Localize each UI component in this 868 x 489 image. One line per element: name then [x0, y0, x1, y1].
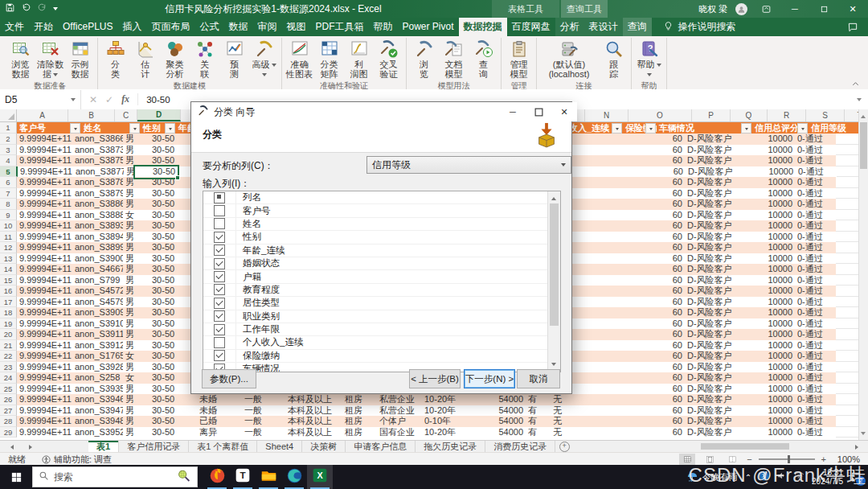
vertical-scrollbar-thumb[interactable]: [860, 122, 867, 169]
row-header-2[interactable]: 2: [0, 134, 17, 145]
ribbon-tab-数据挖掘[interactable]: 数据挖掘: [459, 18, 507, 36]
volume-icon[interactable]: [776, 470, 787, 484]
cell-N7[interactable]: 60: [637, 188, 685, 199]
zoom-in-icon[interactable]: +: [821, 454, 826, 464]
cell-P8[interactable]: 10000: [752, 199, 795, 210]
column-header-N[interactable]: N: [585, 109, 628, 121]
ribbon-button-预测[interactable]: 预测: [219, 38, 249, 79]
cell-R7[interactable]: [836, 188, 858, 199]
cell-E28[interactable]: 已婚: [197, 416, 242, 427]
cell-Q8[interactable]: 0-通过: [795, 199, 836, 210]
cell-B13[interactable]: anon_S3900: [72, 253, 123, 265]
cell-Q4[interactable]: 0-通过: [795, 155, 836, 166]
checkbox-icon[interactable]: [214, 244, 225, 256]
horizontal-scrollbar[interactable]: [699, 441, 836, 453]
cell-O16[interactable]: D-风险客户: [685, 286, 752, 297]
cell-N25[interactable]: 60: [637, 384, 685, 395]
cell-P24[interactable]: 10000: [752, 372, 795, 384]
list-header-row[interactable]: 列名: [203, 191, 560, 204]
cell-C11[interactable]: 男: [123, 232, 149, 243]
cell-O8[interactable]: D-风险客户: [685, 199, 752, 210]
filter-dropdown-icon[interactable]: [165, 123, 175, 134]
ribbon-button-(默认值)(localhost)[interactable]: (默认值)(localhost): [539, 38, 599, 79]
hidden-icons-chevron[interactable]: ⌃: [745, 473, 751, 482]
ribbon-button-清除数据[interactable]: 清除数据: [35, 38, 65, 79]
cell-Q7[interactable]: 0-通过: [795, 188, 836, 199]
cell-O19[interactable]: D-风险客户: [685, 318, 752, 330]
checkbox-cell[interactable]: [203, 297, 236, 309]
row-header-15[interactable]: 15: [0, 275, 17, 286]
cell-C2[interactable]: 男: [123, 134, 149, 145]
row-header-22[interactable]: 22: [0, 351, 17, 362]
cell-A23[interactable]: 9.99994E+11: [17, 362, 72, 373]
cell-N20[interactable]: 60: [637, 329, 685, 340]
cell-O21[interactable]: D-风险客户: [685, 340, 752, 351]
cell-P11[interactable]: 10000: [752, 232, 795, 243]
cell-N18[interactable]: 60: [637, 307, 685, 318]
taskbar-clock[interactable]: 16:31 2024/7/5: [812, 468, 843, 486]
cell-M27[interactable]: 无: [551, 405, 637, 417]
row-header-13[interactable]: 13: [0, 253, 17, 265]
cell-A15[interactable]: 9.99994E+11: [17, 275, 72, 286]
list-item-婚姻状态[interactable]: 婚姻状态: [203, 257, 560, 270]
cell-R22[interactable]: [836, 351, 858, 362]
filter-dropdown-icon[interactable]: [612, 123, 622, 134]
cell-P10[interactable]: 10000: [752, 220, 795, 232]
selected-cell-D5[interactable]: [133, 165, 179, 179]
filter-dropdown-icon[interactable]: [70, 123, 80, 134]
cell-C19[interactable]: 男: [123, 318, 149, 330]
cell-E29[interactable]: 离异: [197, 427, 242, 438]
cell-N27[interactable]: 60: [637, 405, 685, 417]
cell-D28[interactable]: 30-50: [149, 416, 197, 427]
cell-B18[interactable]: anon_S3909: [72, 307, 123, 318]
cell-C9[interactable]: 女: [123, 210, 149, 221]
back-button[interactable]: < 上一步(B): [409, 369, 461, 388]
cancel-button[interactable]: 取消: [517, 369, 560, 388]
row-header-27[interactable]: 27: [0, 405, 17, 417]
cell-Q22[interactable]: 0-通过: [795, 351, 836, 362]
cell-A21[interactable]: 9.99994E+11: [17, 340, 72, 351]
cell-I26[interactable]: 私营企业: [377, 394, 422, 405]
cell-Q26[interactable]: 0-通过: [795, 394, 836, 405]
name-box[interactable]: D5: [0, 90, 81, 109]
ribbon-tab-百度网盘[interactable]: 百度网盘: [507, 18, 555, 36]
ribbon-button-利润图[interactable]: 利润图: [344, 38, 374, 79]
cell-B25[interactable]: anon_S3935: [72, 384, 123, 395]
cell-A19[interactable]: 9.99994E+11: [17, 318, 72, 330]
cell-O10[interactable]: D-风险客户: [685, 220, 752, 232]
cell-Q10[interactable]: 0-通过: [795, 220, 836, 232]
cell-J28[interactable]: 0-10年: [422, 416, 461, 427]
ribbon-button-准确性图表[interactable]: 准确性图表: [285, 38, 314, 79]
ribbon-tab-数据[interactable]: 数据: [223, 18, 252, 36]
cell-A7[interactable]: 9.99994E+11: [17, 188, 72, 199]
cell-O14[interactable]: D-风险客户: [685, 264, 752, 275]
row-header-28[interactable]: 28: [0, 416, 17, 427]
cell-A22[interactable]: 9.99994E+11: [17, 351, 72, 362]
ribbon-button-聚类分析[interactable]: 聚类分析: [160, 38, 190, 79]
cell-P26[interactable]: 10000: [752, 394, 795, 405]
cell-C20[interactable]: 男: [123, 329, 149, 340]
cell-A20[interactable]: 9.99994E+11: [17, 329, 72, 340]
cell-R3[interactable]: [836, 145, 858, 156]
cell-L27[interactable]: 有: [526, 405, 551, 417]
ribbon-button-文档模型[interactable]: 文档模型: [439, 38, 469, 79]
filter-dropdown-icon[interactable]: [129, 123, 140, 134]
cell-R5[interactable]: [837, 166, 858, 178]
sheet-scroll-left-icon[interactable]: [0, 441, 21, 453]
list-item-工作年限[interactable]: 工作年限: [203, 323, 560, 336]
cell-A8[interactable]: 9.99994E+11: [17, 199, 72, 210]
checkbox-cell[interactable]: [203, 218, 236, 230]
row-header-19[interactable]: 19: [0, 318, 17, 330]
cell-R17[interactable]: [836, 297, 858, 308]
cell-Q13[interactable]: 0-通过: [795, 253, 836, 265]
cell-K27[interactable]: 54000: [461, 405, 526, 417]
ribbon-tab-PDF工具箱[interactable]: PDF工具箱: [310, 18, 368, 36]
list-item-职业类别[interactable]: 职业类别: [203, 310, 560, 323]
insert-function-icon[interactable]: fx: [121, 93, 129, 105]
list-item-性别[interactable]: 性别: [203, 231, 560, 244]
cell-N4[interactable]: 60: [637, 155, 685, 166]
cell-P29[interactable]: 10000: [752, 427, 795, 438]
cell-F27[interactable]: 一般: [242, 405, 285, 417]
list-item-户籍[interactable]: 户籍: [203, 270, 560, 283]
checkbox-cell[interactable]: [203, 231, 236, 243]
